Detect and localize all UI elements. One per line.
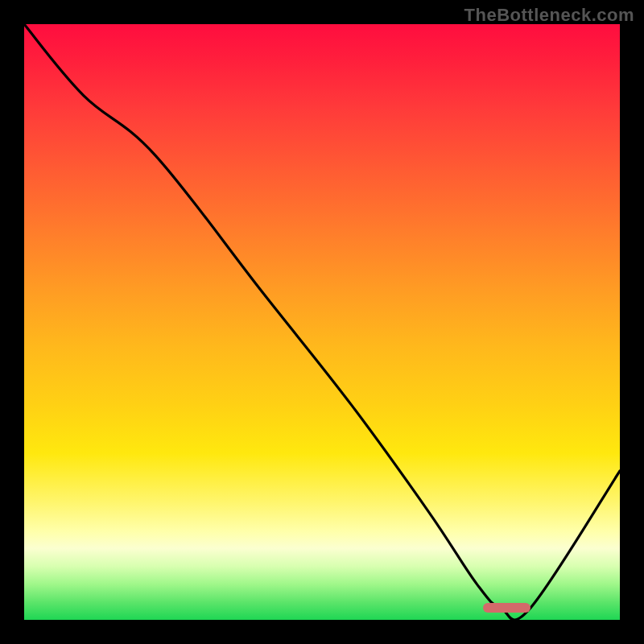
chart-frame: TheBottleneck.com [0,0,644,644]
optimal-range-marker [483,603,530,613]
watermark-text: TheBottleneck.com [464,5,634,26]
bottleneck-curve [24,24,620,620]
plot-area [24,24,620,620]
